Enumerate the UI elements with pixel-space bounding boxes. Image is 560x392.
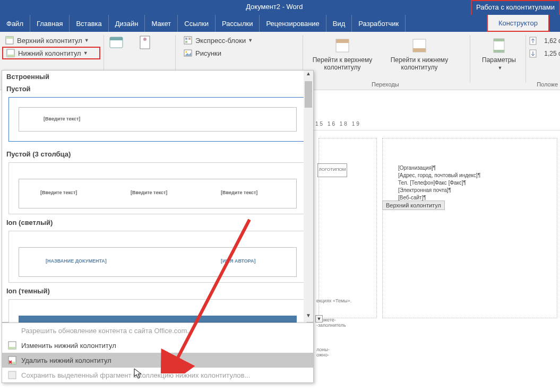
svg-rect-10	[188, 38, 191, 40]
horizontal-ruler[interactable]: 15 16 18 19	[313, 121, 560, 130]
context-tab-header: Работа с колонтитулами	[471, 0, 560, 15]
footer-gallery: Встроенный Пустой [Введите текст] Пустой…	[2, 70, 314, 323]
chevron-down-icon: ▼	[83, 50, 88, 56]
tab-layout[interactable]: Макет	[145, 15, 178, 32]
gallery-section-title: Пустой	[2, 83, 313, 95]
document-title: Документ2 - Word	[246, 3, 303, 11]
delete-footer-icon	[7, 355, 17, 365]
body-snippet: екциях «Темы».	[316, 298, 351, 303]
menu-item-label: Разрешить обновление контента с сайта Of…	[21, 327, 193, 335]
svg-rect-20	[494, 50, 504, 53]
header-icon	[5, 36, 14, 45]
chevron-down-icon: ▼	[498, 65, 503, 71]
footer-template-ion-light[interactable]: [НАЗВАНИЕ ДОКУМЕНТА] [ИМЯ АВТОРА]	[8, 231, 307, 283]
svg-rect-24	[8, 347, 16, 349]
hdr-line: [Организация]¶	[398, 164, 480, 172]
quick-parts-dropdown[interactable]: Экспресс-блоки ▼	[180, 34, 265, 47]
parameters-icon	[490, 37, 507, 54]
tab-file[interactable]: Файл	[0, 15, 30, 32]
footer-gallery-menu: Разрешить обновление контента с сайта Of…	[2, 323, 314, 383]
footer-template-blank[interactable]: [Введите текст]	[8, 97, 307, 142]
scroll-thumb[interactable]	[305, 81, 312, 108]
header-area-badge: Верхний колонтитул	[382, 201, 445, 210]
footer-icon	[6, 49, 15, 57]
svg-rect-9	[185, 38, 187, 40]
tab-insert[interactable]: Вставка	[70, 15, 108, 32]
gallery-section-title: Пустой (3 столбца)	[2, 148, 313, 160]
menu-item-label: Удалить нижний колонтитул	[21, 356, 111, 364]
hdr-line: [Адрес, город, почтовый индекс]¶	[398, 172, 480, 179]
tab-dev[interactable]: Разработчик	[352, 15, 406, 32]
chevron-down-icon: ▼	[248, 38, 253, 43]
header-sample-text: [Организация]¶ [Адрес, город, почтовый и…	[398, 164, 480, 202]
nav-group-label: Переходы	[372, 81, 399, 88]
parameters-button[interactable]: Параметры ▼	[478, 37, 520, 72]
header-dropdown[interactable]: Верхний колонтитул ▼	[2, 34, 100, 47]
go-header-icon	[334, 37, 351, 54]
svg-rect-19	[494, 39, 504, 41]
header-dropdown-label: Верхний колонтитул	[17, 37, 82, 45]
date-icon[interactable]	[109, 35, 124, 50]
svg-rect-11	[185, 41, 187, 43]
svg-point-13	[186, 51, 187, 53]
svg-point-7	[143, 38, 147, 41]
position-group-label: Положе	[537, 81, 558, 88]
go-footer-icon	[411, 37, 428, 54]
placeholder-text: [Введите текст]	[131, 190, 167, 195]
cursor-icon	[134, 368, 143, 380]
pos-bottom-icon	[529, 49, 537, 58]
svg-rect-17	[413, 48, 426, 52]
menu-delete-footer[interactable]: Удалить нижний колонтитул	[2, 353, 313, 368]
placeholder-text: [ИМЯ АВТОРА]	[221, 258, 256, 264]
tab-refs[interactable]: Ссылки	[178, 15, 216, 32]
tab-review[interactable]: Рецензирование	[260, 15, 326, 32]
pos-top-icon	[529, 37, 537, 45]
gallery-section-title: Ion (темный)	[2, 285, 313, 297]
svg-rect-15	[336, 39, 349, 43]
docinfo-icon[interactable]	[138, 35, 153, 50]
scroll-up-icon[interactable]: ▲	[304, 71, 313, 80]
pictures-icon	[184, 49, 192, 57]
body-snippet: лоны- ожно-	[316, 347, 330, 358]
footer-position-field[interactable]: 1,25 с	[529, 48, 560, 59]
svg-rect-27	[8, 371, 16, 379]
go-to-footer-button[interactable]: Перейти к нижнему колонтитулу	[382, 37, 456, 71]
blank-icon	[7, 326, 17, 335]
footer-dropdown[interactable]: Нижний колонтитул ▼	[2, 47, 100, 59]
tab-home[interactable]: Главная	[30, 15, 70, 32]
footer-template-3col[interactable]: [Введите текст] [Введите текст] [Введите…	[8, 162, 307, 214]
go-to-header-label: Перейти к верхнему колонтитулу	[313, 56, 373, 71]
save-gallery-icon	[7, 370, 17, 380]
header-position-field[interactable]: 1,62 с	[529, 35, 560, 47]
quick-parts-label: Экспресс-блоки	[195, 37, 246, 45]
quick-parts-icon	[184, 36, 192, 45]
go-to-footer-label: Перейти к нижнему колонтитулу	[391, 56, 449, 71]
scroll-down-icon[interactable]: ▼	[304, 312, 313, 322]
title-bar: Документ2 - Word Работа с колонтитулами	[0, 0, 560, 15]
gallery-heading: Встроенный	[2, 71, 313, 83]
hdr-line: [Электронная почта]¶	[398, 187, 480, 194]
footer-dropdown-label: Нижний колонтитул	[18, 49, 81, 57]
tab-design[interactable]: Дизайн	[109, 15, 145, 32]
edit-footer-icon	[7, 341, 17, 350]
logo-placeholder: ЛОГОТИПОМ	[317, 163, 347, 177]
go-to-header-button[interactable]: Перейти к верхнему колонтитулу	[308, 37, 377, 71]
placeholder-text: [Введите текст]	[44, 116, 80, 121]
menu-allow-office-update: Разрешить обновление контента с сайта Of…	[2, 323, 313, 338]
scroll-down-icon[interactable]: ▼	[315, 315, 323, 323]
menu-edit-footer[interactable]: Изменить нижний колонтитул	[2, 338, 313, 353]
pictures-button[interactable]: Рисунки	[180, 47, 244, 59]
menu-save-selection: Сохранить выделенный фрагмент в коллекци…	[2, 368, 313, 382]
placeholder-text: [НАЗВАНИЕ ДОКУМЕНТА]	[46, 258, 107, 264]
gallery-scrollbar[interactable]: ▲ ▼	[304, 71, 313, 322]
hdr-line: Тел. [Телефон]Факс [Факс]¶	[398, 179, 480, 187]
gallery-section-title: Ion (светлый)	[2, 216, 313, 229]
header-position-value: 1,62 с	[539, 37, 560, 45]
tab-view[interactable]: Вид	[326, 15, 352, 32]
pictures-label: Рисунки	[195, 49, 221, 57]
tab-mailings[interactable]: Рассылки	[216, 15, 260, 32]
chevron-down-icon: ▼	[84, 38, 89, 43]
svg-rect-3	[7, 55, 14, 57]
ribbon-tabs: Файл Главная Вставка Дизайн Макет Ссылки…	[0, 15, 560, 32]
tab-constructor[interactable]: Конструктор	[487, 15, 549, 32]
